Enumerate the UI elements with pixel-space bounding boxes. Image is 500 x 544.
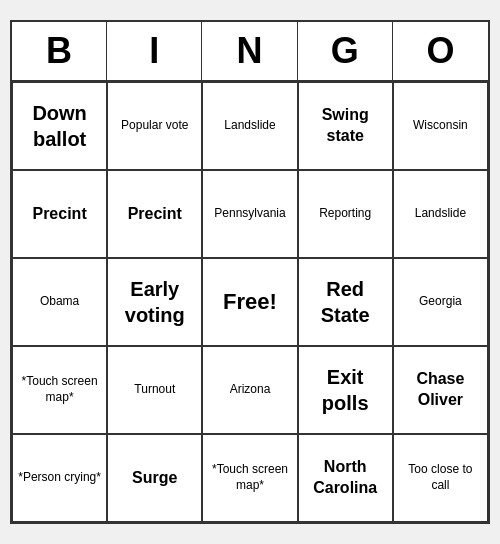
bingo-cell-16: Turnout [107,346,202,434]
bingo-cell-20: *Person crying* [12,434,107,522]
bingo-cell-2: Landslide [202,82,297,170]
header-letter-n: N [202,22,297,80]
bingo-cell-23: North Carolina [298,434,393,522]
bingo-cell-15: *Touch screen map* [12,346,107,434]
bingo-cell-4: Wisconsin [393,82,488,170]
bingo-cell-12: Free! [202,258,297,346]
bingo-cell-6: Precint [107,170,202,258]
bingo-cell-1: Popular vote [107,82,202,170]
bingo-cell-14: Georgia [393,258,488,346]
header-letter-b: B [12,22,107,80]
bingo-cell-0: Down ballot [12,82,107,170]
bingo-grid: Down ballotPopular voteLandslideSwing st… [12,82,488,522]
bingo-header: BINGO [12,22,488,82]
bingo-cell-7: Pennsylvania [202,170,297,258]
bingo-cell-11: Early voting [107,258,202,346]
header-letter-i: I [107,22,202,80]
bingo-cell-21: Surge [107,434,202,522]
bingo-cell-3: Swing state [298,82,393,170]
header-letter-o: O [393,22,488,80]
bingo-cell-5: Precint [12,170,107,258]
header-letter-g: G [298,22,393,80]
bingo-cell-24: Too close to call [393,434,488,522]
bingo-card: BINGO Down ballotPopular voteLandslideSw… [10,20,490,524]
bingo-cell-8: Reporting [298,170,393,258]
bingo-cell-22: *Touch screen map* [202,434,297,522]
bingo-cell-13: Red State [298,258,393,346]
bingo-cell-10: Obama [12,258,107,346]
bingo-cell-18: Exit polls [298,346,393,434]
bingo-cell-17: Arizona [202,346,297,434]
bingo-cell-9: Landslide [393,170,488,258]
bingo-cell-19: Chase Oliver [393,346,488,434]
